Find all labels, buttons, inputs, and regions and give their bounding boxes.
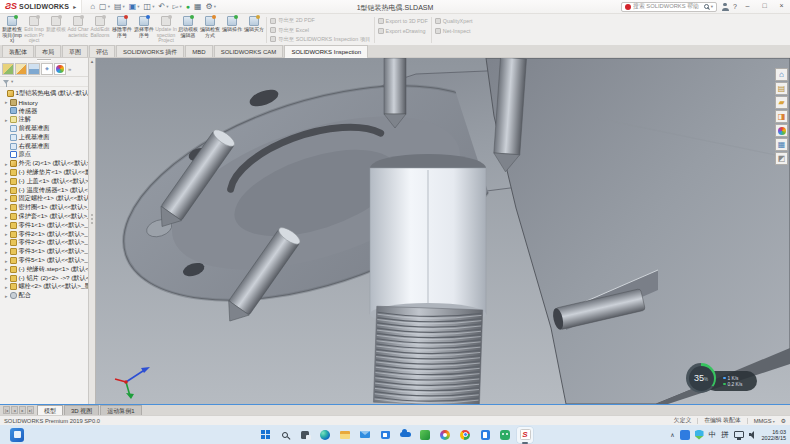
taskbar-icon-solidworks[interactable] (517, 427, 533, 443)
tree-item[interactable]: 螺栓<2> (默认<<默认>_显示状态 (2, 283, 88, 292)
qa-rebuild-icon[interactable]: ● (186, 2, 190, 12)
ime-mode-indicator[interactable]: 拼 (721, 431, 729, 439)
tree-item[interactable]: 传感器 (2, 107, 88, 116)
manager-tab-configurationmanager[interactable] (28, 63, 40, 75)
ime-language-indicator[interactable]: 中 (709, 431, 717, 439)
model-housing-slab[interactable] (486, 58, 790, 404)
quality-menu-item[interactable]: Net-Inspect (435, 27, 473, 35)
tree-item[interactable]: (-) 上盖<1> (默认<<默认>_显示状 (2, 177, 88, 186)
splitter-collapse-icon[interactable]: ▴ (91, 58, 94, 64)
tree-item[interactable]: 零件5<1> (默认<<默认>_显示状态 (2, 256, 88, 265)
search-dropdown-arrow-icon[interactable]: ▾ (711, 4, 713, 9)
tree-item[interactable]: History (2, 98, 88, 107)
ribbon-button[interactable]: 新建检查项目(impx) (1, 15, 23, 45)
ribbon-button[interactable]: Update Inspection Project (155, 15, 177, 45)
manager-tab-displaymanager[interactable] (54, 63, 66, 75)
qa-new-icon[interactable]: ▢ (99, 2, 110, 12)
export-menu-item[interactable]: 导出至 2D PDF (270, 17, 371, 25)
tab-scroll-first-icon[interactable]: |◂ (3, 406, 10, 414)
taskbar-icon-photos[interactable] (437, 427, 453, 443)
volume-icon[interactable] (749, 431, 757, 439)
performance-badge[interactable]: 35 % (686, 363, 716, 393)
search-icon[interactable] (704, 4, 709, 9)
tree-item[interactable]: 右视基准面 (2, 142, 88, 151)
restore-button[interactable]: □ (758, 1, 771, 12)
tray-app-icon[interactable] (680, 430, 690, 440)
manager-tab-dimxpertmanager[interactable]: ⌖ (41, 63, 53, 75)
qa-undo-icon[interactable]: ↶ (158, 2, 168, 12)
ribbon-tab[interactable]: 草图 (62, 45, 88, 57)
qa-save-icon[interactable]: ▣ (129, 2, 140, 12)
ribbon-tab[interactable]: SOLIDWORKS 插件 (116, 45, 184, 57)
filter-funnel-icon[interactable] (3, 80, 9, 84)
tree-item[interactable]: 零件2<1> (默认<<默认>_显示状 (2, 230, 88, 239)
login-user-icon[interactable] (721, 3, 729, 11)
taskbar-icon-start[interactable] (257, 427, 273, 443)
ribbon-button[interactable]: 编辑检查方式 (199, 15, 221, 45)
tray-chevron-icon[interactable]: ∧ (670, 431, 674, 438)
taskpane-resources[interactable]: ⌂ (775, 68, 788, 81)
menu-flyout-arrow-icon[interactable]: ▸ (73, 3, 76, 10)
tree-item[interactable]: 注解 (2, 115, 88, 124)
taskpane-custom-properties[interactable]: ▦ (775, 138, 788, 151)
solidworks-logo[interactable]: ϨS SOLIDWORKS ▸ (0, 0, 82, 13)
ribbon-button[interactable]: Edit Inspection Project (23, 15, 45, 45)
panel-splitter[interactable]: ▴ (88, 58, 96, 404)
qa-open-icon[interactable]: ▤ (114, 2, 125, 12)
qa-file-properties-icon[interactable]: ▦ (194, 2, 202, 12)
close-button[interactable]: × (775, 1, 788, 12)
ribbon-tab[interactable]: 布局 (35, 45, 61, 57)
qa-options-icon[interactable]: ⚙ (206, 2, 216, 12)
ribbon-button[interactable]: 选择零件序号 (133, 15, 155, 45)
manager-tab-propertymanager[interactable] (15, 63, 27, 75)
tree-item[interactable]: 配合 (2, 291, 88, 300)
tray-security-icon[interactable] (695, 430, 704, 440)
taskpane-view-palette[interactable]: ◨ (775, 110, 788, 123)
minimize-button[interactable]: – (741, 1, 754, 12)
taskbar-icon-phone[interactable] (477, 427, 493, 443)
tree-item[interactable]: 原点 (2, 151, 88, 160)
tree-item[interactable]: (-) 铝片 (2)<2> ->? (默认<<默认 (2, 274, 88, 283)
taskbar-icon-onedrive[interactable] (397, 427, 413, 443)
taskpane-forum[interactable]: ◩ (775, 152, 788, 165)
tree-item[interactable]: 上视基准面 (2, 133, 88, 142)
taskbar-icon-explorer[interactable] (337, 427, 353, 443)
export-menu-item[interactable]: 导出至 SOLIDWORKS Inspection 项目 (270, 35, 371, 43)
taskbar-icon-greenapp[interactable] (417, 427, 433, 443)
quality-menu-item[interactable]: QualityXpert (435, 17, 473, 25)
status-options-icon[interactable]: ⚙ (781, 417, 786, 425)
tab-scroll-right-icon[interactable]: ▸ (19, 406, 26, 414)
model-pin-top-left[interactable] (384, 58, 406, 128)
model-threaded-shaft[interactable] (373, 306, 482, 404)
network-icon[interactable] (734, 431, 744, 438)
ribbon-button[interactable]: 新建模板 (45, 15, 67, 45)
ribbon-tab[interactable]: 评估 (89, 45, 115, 57)
ribbon-button[interactable]: Add Characteristic (67, 15, 89, 45)
export-menu-item[interactable]: 导出至 Excel (270, 26, 371, 34)
model-bright-cylinder[interactable] (370, 154, 486, 325)
taskbar-icon-search[interactable] (277, 427, 293, 443)
taskbar-icon-store[interactable] (377, 427, 393, 443)
manager-tabs-overflow-icon[interactable]: » (68, 66, 71, 72)
ribbon-button[interactable]: Add/Edit Balloons (89, 15, 111, 45)
tab-scroll-left-icon[interactable]: ◂ (11, 406, 18, 414)
tree-root-assembly[interactable]: 1型铠装热电偶 (默认<默认_显示状态-1 (2, 89, 88, 98)
view-tab[interactable]: 3D 视图 (64, 405, 99, 415)
tree-item[interactable]: 保护套<1> (默认<<默认>_显示状 (2, 212, 88, 221)
taskbar-icon-chrome[interactable] (457, 427, 473, 443)
manager-tab-featuremanager[interactable] (2, 63, 14, 75)
ribbon-tab[interactable]: SOLIDWORKS Inspection (284, 45, 368, 57)
tree-item[interactable]: 固定螺栓<1> (默认<<默认>_显示 (2, 195, 88, 204)
ribbon-button[interactable]: 移除零件序号 (111, 15, 133, 45)
units-selector[interactable]: MMGS (754, 418, 775, 424)
tree-item[interactable]: (-) 温度传感器<1> (默认<<默认>_ (2, 186, 88, 195)
ribbon-button[interactable]: 编辑操作 (221, 15, 243, 45)
ribbon-tab[interactable]: MBD (185, 45, 212, 57)
taskpane-design-library[interactable]: ▤ (775, 82, 788, 95)
tree-item[interactable]: 零件1<1> (默认<<默认>_显示状态 (2, 221, 88, 230)
tree-item[interactable]: 外壳 (2)<1> (默认<<默认>_显示状 (2, 159, 88, 168)
tree-item[interactable]: 密封圈<1> (默认<<默认>_显示状 (2, 203, 88, 212)
qa-select-icon[interactable]: ▻ (172, 2, 181, 12)
export-menu-item[interactable]: Export to 3D PDF (378, 17, 428, 25)
taskbar-icon-wechat[interactable] (497, 427, 513, 443)
